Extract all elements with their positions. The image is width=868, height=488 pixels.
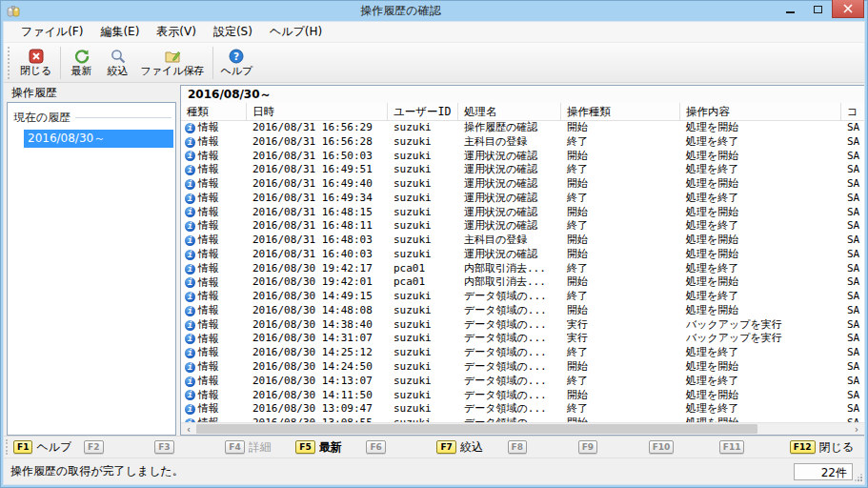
function-key-label: 閉じる (819, 439, 855, 456)
function-key-button[interactable]: F6 (366, 439, 436, 456)
minimize-button[interactable] (777, 0, 804, 19)
cell-op-detail: 処理を開始 (680, 150, 841, 164)
function-key-button[interactable]: F5 最新 (295, 439, 366, 456)
table-row[interactable]: 情報 2016/08/31 16:49:40 suzuki 運用状況の確認 開始… (181, 177, 864, 192)
toolbar-grip[interactable] (8, 47, 12, 79)
table-row[interactable]: 情報 2016/08/30 14:13:07 suzuki データ領域の... … (181, 375, 864, 389)
function-key-badge: F1 (13, 440, 32, 454)
column-header-kind[interactable]: 種類 (181, 103, 247, 120)
menu-item[interactable]: ヘルプ(H) (262, 22, 330, 42)
function-key-button[interactable]: F4 詳細 (225, 439, 295, 456)
cell-op-type: 実行 (561, 318, 680, 333)
history-panel: 2016/08/30～ 種類 日時 ユーザーID 処理名 操作種類 操作内容 コ… (180, 85, 864, 436)
fn-slots: F1 ヘルプ F2 F3 F4 詳細 (13, 439, 860, 456)
status-message: 操作履歴の取得が完了しました。 (10, 463, 794, 479)
table-row[interactable]: 情報 2016/08/30 14:11:50 suzuki データ領域の... … (181, 389, 864, 403)
toolbar-refresh-button[interactable]: 最新 (64, 45, 100, 81)
cell-computer: SA (841, 121, 864, 135)
column-header-datetime[interactable]: 日時 (247, 103, 388, 120)
cell-computer: SA (841, 135, 864, 150)
toolbar-separator (60, 47, 61, 79)
toolbar-filter-button[interactable]: 絞込 (100, 45, 136, 81)
function-key-button[interactable]: F7 絞込 (436, 439, 507, 456)
sidebar-item-history-range[interactable]: 2016/08/30～ (24, 130, 173, 148)
menu-item[interactable]: ファイル(F) (13, 22, 91, 42)
info-icon (185, 250, 195, 260)
table-row[interactable]: 情報 2016/08/31 16:56:29 suzuki 操作履歴の確認 開始… (181, 121, 864, 135)
toolbar-close-button[interactable]: 閉じる (15, 45, 57, 81)
scroll-left-icon[interactable]: ‹ (181, 423, 196, 435)
table-row[interactable]: 情報 2016/08/30 14:48:08 suzuki データ領域の... … (181, 304, 864, 318)
cell-process: データ領域の... (458, 304, 561, 318)
table-row[interactable]: 情報 2016/08/31 16:48:15 suzuki 運用状況の確認 開始… (181, 206, 864, 220)
table-row[interactable]: 情報 2016/08/31 16:48:11 suzuki 運用状況の確認 終了… (181, 219, 864, 234)
table-row[interactable]: 情報 2016/08/30 19:42:01 pca01 内部取引消去... 開… (181, 275, 864, 290)
table-row[interactable]: 情報 2016/08/31 16:49:34 suzuki 運用状況の確認 終了… (181, 192, 864, 206)
refresh-icon (73, 48, 91, 65)
cell-user-id: suzuki (388, 121, 458, 135)
function-key-button[interactable]: F10 (649, 439, 719, 456)
cell-kind: 情報 (181, 375, 247, 389)
cell-kind: 情報 (181, 318, 247, 333)
cell-datetime: 2016/08/31 16:56:28 (247, 135, 388, 150)
function-key-button[interactable]: F8 (508, 439, 578, 456)
table-row[interactable]: 情報 2016/08/31 16:48:03 suzuki 主科目の登録 開始 … (181, 234, 864, 248)
cell-op-detail: 処理を終了 (680, 346, 841, 360)
record-count: 22件 (794, 463, 853, 480)
table-body: 情報 2016/08/31 16:56:29 suzuki 操作履歴の確認 開始… (181, 121, 864, 422)
scrollbar-track[interactable] (196, 423, 849, 435)
cell-op-type: 実行 (561, 332, 680, 346)
cell-datetime: 2016/08/30 14:13:07 (247, 375, 388, 389)
scroll-right-icon[interactable]: › (849, 423, 864, 435)
column-header-process[interactable]: 処理名 (458, 103, 561, 120)
resize-grip-icon[interactable] (854, 473, 862, 481)
toolbar-help-button[interactable]: ? ヘルプ (216, 45, 258, 81)
column-header-op-detail[interactable]: 操作内容 (680, 103, 841, 120)
column-header-user-id[interactable]: ユーザーID (388, 103, 458, 120)
table-row[interactable]: 情報 2016/08/30 14:25:12 suzuki データ領域の... … (181, 346, 864, 360)
cell-computer: SA (841, 150, 864, 164)
table-row[interactable]: 情報 2016/08/31 16:56:28 suzuki 主科目の登録 終了 … (181, 135, 864, 150)
column-header-op-type[interactable]: 操作種類 (561, 103, 680, 120)
cell-process: 運用状況の確認 (458, 219, 561, 234)
table-row[interactable]: 情報 2016/08/30 14:49:15 suzuki データ領域の... … (181, 290, 864, 304)
panel-title: 2016/08/30～ (181, 86, 864, 103)
cell-user-id: suzuki (388, 234, 458, 248)
table-row[interactable]: 情報 2016/08/30 14:24:50 suzuki データ領域の... … (181, 360, 864, 375)
table-row[interactable]: 情報 2016/08/30 14:38:40 suzuki データ領域の... … (181, 318, 864, 333)
cell-kind: 情報 (181, 360, 247, 375)
toolbar-button-label: 閉じる (20, 65, 52, 77)
cell-computer: SA (841, 290, 864, 304)
cell-user-id: suzuki (388, 360, 458, 375)
table-row[interactable]: 情報 2016/08/30 13:09:47 suzuki データ領域の... … (181, 402, 864, 417)
toolbar-file-save-button[interactable]: ファイル保存 (136, 45, 210, 81)
main-area: 操作履歴 現在の履歴 2016/08/30～ 2016/08/30～ 種類 日時… (4, 83, 864, 436)
menu-item[interactable]: 設定(S) (206, 22, 260, 42)
fnbar-grip (6, 439, 10, 455)
function-key-button[interactable]: F3 (154, 439, 225, 456)
function-key-button[interactable]: F9 (578, 439, 649, 456)
table-row[interactable]: 情報 2016/08/31 16:50:03 suzuki 運用状況の確認 開始… (181, 150, 864, 164)
table-row[interactable]: 情報 2016/08/30 19:42:17 pca01 内部取引消去... 終… (181, 262, 864, 276)
function-key-button[interactable]: F11 (719, 439, 790, 456)
cell-op-detail: 処理を開始 (680, 234, 841, 248)
function-key-button[interactable]: F2 (84, 439, 154, 456)
function-key-button[interactable]: F12 閉じる (790, 439, 860, 456)
table-row[interactable]: 情報 2016/08/30 14:31:07 suzuki データ領域の... … (181, 332, 864, 346)
cell-op-detail: 処理を終了 (680, 290, 841, 304)
menu-item[interactable]: 編集(E) (92, 22, 147, 42)
table-row[interactable]: 情報 2016/08/31 16:40:03 suzuki 運用状況の確認 開始… (181, 248, 864, 262)
cell-datetime: 2016/08/30 14:25:12 (247, 346, 388, 360)
sidebar-group-header: 現在の履歴 (8, 108, 175, 129)
table-row[interactable]: 情報 2016/08/31 16:49:51 suzuki 運用状況の確認 終了… (181, 163, 864, 177)
menu-item[interactable]: 表示(V) (149, 22, 204, 42)
maximize-button[interactable] (804, 0, 832, 19)
cell-computer: SA (841, 206, 864, 220)
info-icon (185, 221, 195, 232)
cell-op-detail: 処理を開始 (680, 360, 841, 375)
function-key-button[interactable]: F1 ヘルプ (13, 439, 84, 456)
cell-computer: SA (841, 375, 864, 389)
column-header-computer[interactable]: コ (841, 103, 864, 120)
scrollbar-thumb[interactable] (196, 424, 757, 434)
close-window-button[interactable] (832, 0, 864, 18)
